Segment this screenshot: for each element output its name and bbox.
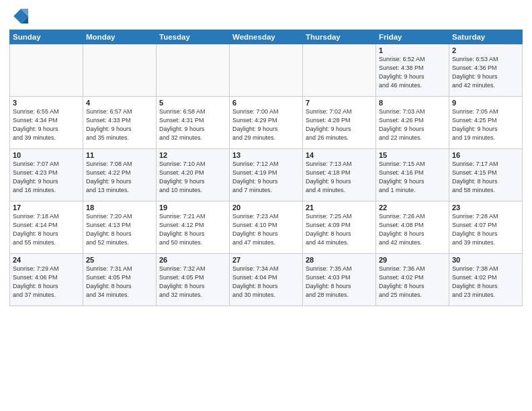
day-info: Sunrise: 7:05 AM Sunset: 4:25 PM Dayligh… (452, 107, 519, 142)
day-number: 5 (159, 99, 226, 107)
day-number: 7 (306, 99, 373, 107)
day-info: Sunrise: 7:38 AM Sunset: 4:02 PM Dayligh… (452, 265, 519, 300)
day-number: 11 (86, 151, 153, 159)
calendar-cell: 6Sunrise: 7:00 AM Sunset: 4:29 PM Daylig… (230, 97, 303, 149)
header-row: SundayMondayTuesdayWednesdayThursdayFrid… (10, 30, 523, 44)
calendar-cell: 17Sunrise: 7:18 AM Sunset: 4:14 PM Dayli… (10, 201, 83, 254)
day-number: 27 (232, 256, 300, 264)
calendar-cell: 12Sunrise: 7:10 AM Sunset: 4:20 PM Dayli… (157, 149, 230, 201)
day-info: Sunrise: 7:18 AM Sunset: 4:14 PM Dayligh… (13, 212, 80, 247)
day-number: 24 (13, 256, 80, 264)
day-info: Sunrise: 6:57 AM Sunset: 4:33 PM Dayligh… (86, 107, 153, 142)
calendar-cell: 11Sunrise: 7:08 AM Sunset: 4:22 PM Dayli… (83, 149, 157, 201)
day-number: 14 (306, 151, 373, 159)
calendar-cell: 14Sunrise: 7:13 AM Sunset: 4:18 PM Dayli… (303, 149, 376, 201)
day-info: Sunrise: 6:52 AM Sunset: 4:38 PM Dayligh… (379, 55, 446, 90)
day-info: Sunrise: 7:02 AM Sunset: 4:28 PM Dayligh… (306, 107, 373, 142)
day-number: 30 (452, 256, 519, 264)
day-number: 15 (379, 151, 446, 159)
calendar-week-row: 10Sunrise: 7:07 AM Sunset: 4:23 PM Dayli… (10, 149, 523, 201)
header-cell: Tuesday (157, 30, 230, 44)
day-info: Sunrise: 7:13 AM Sunset: 4:18 PM Dayligh… (306, 160, 373, 195)
day-number: 1 (379, 46, 446, 54)
calendar-week-row: 1Sunrise: 6:52 AM Sunset: 4:38 PM Daylig… (10, 44, 523, 97)
logo (9, 7, 31, 26)
day-info: Sunrise: 7:23 AM Sunset: 4:10 PM Dayligh… (232, 212, 300, 247)
day-number: 2 (452, 46, 519, 54)
day-info: Sunrise: 7:21 AM Sunset: 4:12 PM Dayligh… (159, 212, 226, 247)
calendar-cell: 2Sunrise: 6:53 AM Sunset: 4:36 PM Daylig… (449, 44, 523, 97)
header-cell: Wednesday (230, 30, 303, 44)
header-cell: Thursday (303, 30, 376, 44)
day-info: Sunrise: 7:36 AM Sunset: 4:02 PM Dayligh… (379, 265, 446, 300)
calendar-cell: 10Sunrise: 7:07 AM Sunset: 4:23 PM Dayli… (10, 149, 83, 201)
day-number: 4 (86, 99, 153, 107)
day-info: Sunrise: 7:31 AM Sunset: 4:05 PM Dayligh… (86, 265, 153, 300)
calendar-body: 1Sunrise: 6:52 AM Sunset: 4:38 PM Daylig… (10, 44, 523, 306)
day-info: Sunrise: 7:08 AM Sunset: 4:22 PM Dayligh… (86, 160, 153, 195)
day-info: Sunrise: 6:55 AM Sunset: 4:34 PM Dayligh… (13, 107, 80, 142)
header-cell: Sunday (10, 30, 83, 44)
calendar-week-row: 24Sunrise: 7:29 AM Sunset: 4:06 PM Dayli… (10, 254, 523, 306)
page: SundayMondayTuesdayWednesdayThursdayFrid… (0, 0, 532, 411)
day-info: Sunrise: 7:10 AM Sunset: 4:20 PM Dayligh… (159, 160, 226, 195)
day-number: 23 (452, 203, 519, 212)
header-cell: Friday (376, 30, 449, 44)
day-number: 8 (379, 99, 446, 107)
calendar-cell: 29Sunrise: 7:36 AM Sunset: 4:02 PM Dayli… (376, 254, 449, 306)
calendar-cell: 1Sunrise: 6:52 AM Sunset: 4:38 PM Daylig… (376, 44, 449, 97)
calendar-cell (157, 44, 230, 97)
day-info: Sunrise: 7:07 AM Sunset: 4:23 PM Dayligh… (13, 160, 80, 195)
day-info: Sunrise: 7:35 AM Sunset: 4:03 PM Dayligh… (306, 265, 373, 300)
day-number: 22 (379, 203, 446, 212)
day-info: Sunrise: 7:15 AM Sunset: 4:16 PM Dayligh… (379, 160, 446, 195)
calendar-header: SundayMondayTuesdayWednesdayThursdayFrid… (10, 30, 523, 44)
calendar-cell: 16Sunrise: 7:17 AM Sunset: 4:15 PM Dayli… (449, 149, 523, 201)
day-number: 26 (159, 256, 226, 264)
day-info: Sunrise: 7:32 AM Sunset: 4:05 PM Dayligh… (159, 265, 226, 300)
calendar-cell: 25Sunrise: 7:31 AM Sunset: 4:05 PM Dayli… (83, 254, 157, 306)
day-info: Sunrise: 7:20 AM Sunset: 4:13 PM Dayligh… (86, 212, 153, 247)
day-info: Sunrise: 7:12 AM Sunset: 4:19 PM Dayligh… (232, 160, 300, 195)
day-info: Sunrise: 7:00 AM Sunset: 4:29 PM Dayligh… (232, 107, 300, 142)
calendar-cell: 27Sunrise: 7:34 AM Sunset: 4:04 PM Dayli… (230, 254, 303, 306)
calendar-cell: 30Sunrise: 7:38 AM Sunset: 4:02 PM Dayli… (449, 254, 523, 306)
calendar-cell: 28Sunrise: 7:35 AM Sunset: 4:03 PM Dayli… (303, 254, 376, 306)
calendar-cell: 19Sunrise: 7:21 AM Sunset: 4:12 PM Dayli… (157, 201, 230, 254)
day-info: Sunrise: 7:03 AM Sunset: 4:26 PM Dayligh… (379, 107, 446, 142)
day-number: 29 (379, 256, 446, 264)
day-number: 12 (159, 151, 226, 159)
day-info: Sunrise: 7:26 AM Sunset: 4:08 PM Dayligh… (379, 212, 446, 247)
day-number: 3 (13, 99, 80, 107)
day-info: Sunrise: 7:28 AM Sunset: 4:07 PM Dayligh… (452, 212, 519, 247)
day-info: Sunrise: 7:29 AM Sunset: 4:06 PM Dayligh… (13, 265, 80, 300)
calendar-cell: 23Sunrise: 7:28 AM Sunset: 4:07 PM Dayli… (449, 201, 523, 254)
calendar-cell (303, 44, 376, 97)
header (9, 7, 523, 26)
calendar-cell (10, 44, 83, 97)
calendar-cell: 13Sunrise: 7:12 AM Sunset: 4:19 PM Dayli… (230, 149, 303, 201)
calendar-cell: 18Sunrise: 7:20 AM Sunset: 4:13 PM Dayli… (83, 201, 157, 254)
calendar-cell: 24Sunrise: 7:29 AM Sunset: 4:06 PM Dayli… (10, 254, 83, 306)
day-number: 13 (232, 151, 300, 159)
calendar-cell: 20Sunrise: 7:23 AM Sunset: 4:10 PM Dayli… (230, 201, 303, 254)
calendar-cell (83, 44, 157, 97)
calendar-cell: 15Sunrise: 7:15 AM Sunset: 4:16 PM Dayli… (376, 149, 449, 201)
calendar-cell: 26Sunrise: 7:32 AM Sunset: 4:05 PM Dayli… (157, 254, 230, 306)
header-cell: Saturday (449, 30, 523, 44)
day-number: 9 (452, 99, 519, 107)
calendar-cell: 8Sunrise: 7:03 AM Sunset: 4:26 PM Daylig… (376, 97, 449, 149)
calendar-week-row: 3Sunrise: 6:55 AM Sunset: 4:34 PM Daylig… (10, 97, 523, 149)
header-cell: Monday (83, 30, 157, 44)
day-number: 25 (86, 256, 153, 264)
calendar-cell: 7Sunrise: 7:02 AM Sunset: 4:28 PM Daylig… (303, 97, 376, 149)
day-number: 16 (452, 151, 519, 159)
calendar-week-row: 17Sunrise: 7:18 AM Sunset: 4:14 PM Dayli… (10, 201, 523, 254)
calendar-cell: 5Sunrise: 6:58 AM Sunset: 4:31 PM Daylig… (157, 97, 230, 149)
day-number: 20 (232, 203, 300, 212)
calendar-cell: 21Sunrise: 7:25 AM Sunset: 4:09 PM Dayli… (303, 201, 376, 254)
calendar-table: SundayMondayTuesdayWednesdayThursdayFrid… (9, 30, 523, 306)
calendar-cell: 9Sunrise: 7:05 AM Sunset: 4:25 PM Daylig… (449, 97, 523, 149)
day-info: Sunrise: 7:25 AM Sunset: 4:09 PM Dayligh… (306, 212, 373, 247)
calendar-cell: 22Sunrise: 7:26 AM Sunset: 4:08 PM Dayli… (376, 201, 449, 254)
